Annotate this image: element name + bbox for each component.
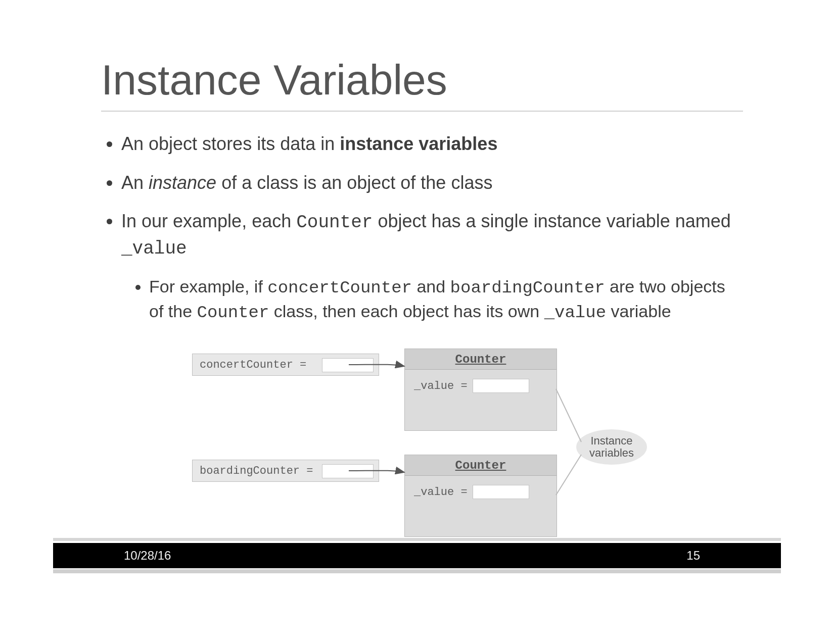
field-label: _value =: [414, 486, 468, 499]
text: variable: [606, 302, 671, 321]
field-label: _value =: [414, 380, 468, 392]
text: For example, if: [149, 277, 267, 296]
reference-slot: [322, 464, 374, 478]
text: class, then each object has its own: [269, 302, 544, 321]
object-box-1: Counter _value =: [404, 349, 557, 431]
text: of a class is an object of the class: [216, 172, 492, 193]
footer-bottom-stripe: [53, 569, 781, 573]
callout-instance-variables: Instance variables: [576, 429, 647, 465]
field-row: _value =: [414, 485, 529, 499]
bold-text: instance variables: [340, 133, 497, 154]
label: concertCounter =: [200, 359, 306, 371]
code-text: _value: [544, 303, 606, 322]
label: boardingCounter =: [200, 465, 313, 477]
reference-box-concert: concertCounter =: [192, 354, 379, 376]
bullet-3: In our example, each Counter object has …: [121, 209, 743, 325]
text: An: [121, 172, 149, 193]
footer-top-stripe: [53, 538, 781, 541]
content-area: Instance Variables An object stores its …: [101, 56, 743, 339]
reference-slot: [322, 358, 374, 372]
field-row: _value =: [414, 379, 529, 393]
code-text: Counter: [296, 212, 373, 233]
code-text: boardingCounter: [450, 278, 605, 298]
field-value-slot: [473, 379, 529, 393]
bullet-1: An object stores its data in instance va…: [121, 132, 743, 157]
slide-footer: 10/28/16 15: [53, 543, 781, 568]
bullet-list: An object stores its data in instance va…: [101, 132, 743, 325]
code-text: concertCounter: [267, 278, 412, 298]
object-box-2: Counter _value =: [404, 455, 557, 537]
slide: Instance Variables An object stores its …: [0, 0, 834, 644]
sub-bullet-list: For example, if concertCounter and board…: [121, 275, 743, 325]
text: object has a single instance variable na…: [373, 211, 730, 231]
footer-date: 10/28/16: [124, 549, 171, 563]
object-body: _value =: [405, 476, 557, 536]
bullet-2: An instance of a class is an object of t…: [121, 171, 743, 195]
object-diagram: concertCounter = Counter _value = boardi…: [192, 349, 672, 551]
callout-text: Instance variables: [576, 435, 647, 459]
reference-box-boarding: boardingCounter =: [192, 460, 379, 482]
title-divider: [101, 111, 743, 112]
object-header: Counter: [405, 349, 557, 370]
footer-page-number: 15: [686, 549, 781, 563]
text: and: [412, 277, 450, 296]
slide-title: Instance Variables: [101, 56, 743, 105]
code-text: Counter: [197, 303, 269, 322]
text: An object stores its data in: [121, 133, 340, 154]
sub-bullet-1: For example, if concertCounter and board…: [149, 275, 743, 325]
field-value-slot: [473, 485, 529, 499]
object-body: _value =: [405, 370, 557, 430]
text: In our example, each: [121, 211, 296, 231]
object-header: Counter: [405, 455, 557, 476]
italic-text: instance: [149, 172, 216, 193]
code-text: _value: [121, 238, 187, 259]
